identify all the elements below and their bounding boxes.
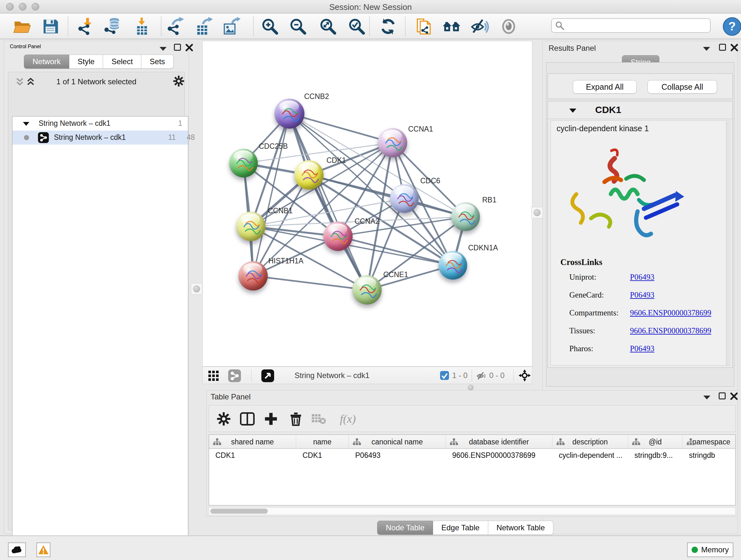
crosslink-value-link[interactable]: P06493	[630, 344, 654, 353]
export-network-button[interactable]	[164, 16, 187, 37]
panel-menu-icon[interactable]	[159, 46, 167, 51]
crosslink-value-link[interactable]: 9606.ENSP00000378699	[630, 308, 711, 317]
table-cell[interactable]: 9606.ENSP00000378699	[446, 449, 552, 462]
delete-table-button[interactable]	[309, 409, 329, 429]
network-node-CCNB1[interactable]	[236, 212, 266, 241]
zoom-fit-button[interactable]	[317, 16, 340, 37]
table-cell[interactable]: stringdb:9...	[628, 449, 683, 462]
tab-network[interactable]: Network	[24, 55, 69, 69]
show-columns-button[interactable]	[237, 409, 258, 429]
panel-menu-icon[interactable]	[702, 46, 711, 51]
network-node-CDC6[interactable]	[390, 184, 419, 213]
import-network-file-button[interactable]	[75, 16, 98, 37]
network-collection-row[interactable]: String Network – cdk1 1	[12, 117, 188, 131]
open-session-button[interactable]	[11, 16, 34, 37]
close-panel-icon[interactable]	[185, 44, 193, 51]
panel-menu-icon[interactable]	[703, 395, 711, 400]
bottom-splitter-handle[interactable]	[468, 385, 474, 390]
tab-sets[interactable]: Sets	[141, 55, 174, 69]
table-row[interactable]: CDK1CDK1P064939606.ENSP00000378699cyclin…	[209, 449, 735, 462]
network-node-CCNE1[interactable]	[352, 275, 382, 305]
clone-network-button[interactable]	[413, 16, 435, 37]
table-cell[interactable]: CDK1	[296, 449, 349, 462]
pan-crosshair-icon[interactable]	[519, 369, 531, 381]
column-header-description[interactable]: description	[552, 435, 628, 449]
network-options-gear-icon[interactable]	[173, 75, 185, 87]
open-in-window-icon[interactable]	[261, 369, 274, 382]
collapse-all-button[interactable]: Collapse All	[648, 80, 717, 94]
float-panel-icon[interactable]	[174, 44, 181, 51]
zoom-in-button[interactable]	[259, 16, 281, 37]
cloud-status-button[interactable]	[8, 543, 26, 557]
toolbar-separator	[253, 16, 254, 36]
show-hide-panels-button[interactable]	[440, 16, 463, 37]
scrollbar-thumb[interactable]	[210, 509, 268, 514]
crosslink-label: Uniprot:	[569, 273, 630, 282]
refresh-view-button[interactable]	[377, 16, 400, 37]
network-node-CDK1[interactable]	[294, 160, 324, 190]
table-cell[interactable]: cyclin-dependent ...	[552, 449, 628, 462]
crosslink-value-link[interactable]: P06493	[630, 273, 654, 281]
export-table-button[interactable]	[192, 16, 215, 37]
function-builder-button[interactable]: f(x)	[334, 409, 361, 429]
close-panel-icon[interactable]	[731, 44, 738, 51]
create-column-button[interactable]	[261, 409, 281, 429]
save-session-button[interactable]	[39, 16, 62, 37]
network-node-HIST1H1A[interactable]	[239, 261, 268, 291]
right-splitter-handle[interactable]	[531, 207, 543, 219]
column-header-canonical-name[interactable]: canonical name	[349, 435, 446, 449]
table-cell[interactable]: stringdb	[683, 449, 736, 462]
search-field[interactable]	[551, 18, 711, 33]
network-node-CCNA2[interactable]	[323, 222, 353, 251]
zoom-selected-button[interactable]	[345, 16, 368, 37]
column-header-shared-name[interactable]: shared name	[209, 435, 296, 449]
network-node-CCNA1[interactable]	[378, 128, 407, 158]
cdk1-entry-header[interactable]: CDK1	[548, 101, 732, 119]
tab-style[interactable]: Style	[69, 55, 103, 69]
import-table-file-button[interactable]	[130, 16, 153, 37]
column-header-namespace[interactable]: namespace	[683, 435, 736, 449]
close-panel-icon[interactable]	[730, 392, 738, 400]
left-splitter-handle[interactable]	[191, 283, 202, 295]
network-node-CCNB2[interactable]	[274, 99, 305, 129]
results-scrollbar[interactable]	[726, 121, 729, 365]
bird-view-button[interactable]	[497, 16, 520, 37]
zoom-out-button[interactable]	[286, 16, 310, 37]
tab-node-table[interactable]: Node Table	[377, 521, 433, 535]
import-network-database-button[interactable]	[102, 16, 125, 37]
float-panel-icon[interactable]	[719, 392, 726, 399]
tab-edge-table[interactable]: Edge Table	[433, 521, 488, 535]
memory-button[interactable]: Memory	[687, 543, 733, 557]
table-horizontal-scrollbar[interactable]	[209, 507, 736, 515]
warning-status-button[interactable]	[37, 543, 51, 557]
collection-count: 1	[178, 119, 182, 128]
help-button[interactable]: ?	[721, 16, 741, 37]
hide-unhide-button[interactable]	[468, 16, 491, 37]
tab-select[interactable]: Select	[103, 55, 141, 69]
column-header-name[interactable]: name	[296, 435, 349, 449]
crosslink-value-link[interactable]: P06493	[630, 291, 654, 299]
export-image-button[interactable]	[219, 16, 243, 37]
network-row-selected[interactable]: String Network – cdk1 11 48	[12, 131, 188, 145]
column-header-database-identifier[interactable]: database identifier	[446, 435, 552, 449]
search-input[interactable]	[564, 21, 702, 30]
column-header--id[interactable]: @id	[628, 435, 683, 449]
table-cell[interactable]: P06493	[349, 449, 446, 462]
expand-all-button[interactable]: Expand All	[573, 80, 636, 94]
network-node-RB1[interactable]	[451, 202, 480, 231]
table-cell[interactable]: CDK1	[209, 449, 296, 462]
selected-nodes-checkbox-icon[interactable]	[440, 371, 449, 380]
string-view-icon[interactable]	[228, 369, 241, 382]
tab-network-table[interactable]: Network Table	[488, 521, 554, 535]
network-node-CDC25B[interactable]	[229, 149, 258, 178]
tree-expander-icon[interactable]	[23, 122, 30, 126]
grid-view-icon[interactable]	[208, 371, 219, 381]
float-panel-icon[interactable]	[719, 44, 726, 51]
network-view-canvas[interactable]: CCNB2CCNA1CDC25BCDK1CDC6RB1CCNB1CCNA2CDK…	[202, 41, 532, 367]
table-settings-button[interactable]	[213, 409, 234, 429]
crosslink-value-link[interactable]: 9606.ENSP00000378699	[630, 326, 711, 335]
network-node-CDKN1A[interactable]	[439, 251, 467, 280]
entry-expander-icon[interactable]	[569, 108, 577, 113]
delete-column-button[interactable]	[286, 409, 306, 429]
crosslink-label: Tissues:	[569, 326, 630, 335]
